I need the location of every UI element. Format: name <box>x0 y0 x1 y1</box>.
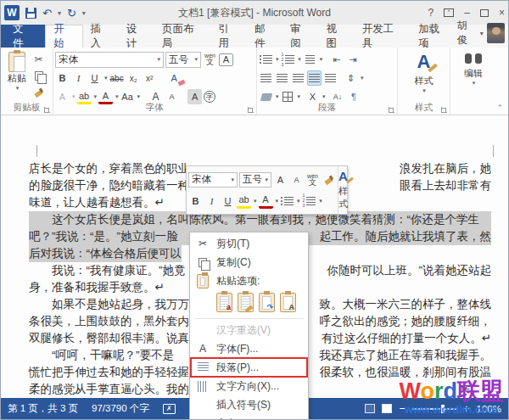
cut-button[interactable]: ✂ <box>31 52 46 67</box>
menu-item-cut[interactable]: ✂ 剪切(T) <box>190 234 308 253</box>
copy-button[interactable] <box>31 68 46 83</box>
find-binoculars-icon[interactable] <box>465 53 482 64</box>
character-border-button[interactable]: A <box>219 53 233 66</box>
mini-grow-font-button[interactable]: A <box>273 172 288 188</box>
align-center-button[interactable] <box>275 70 289 86</box>
italic-button[interactable]: I <box>71 70 86 86</box>
word-count[interactable]: 97/3790 个字 <box>92 402 149 415</box>
close-button[interactable]: × <box>499 8 505 18</box>
paste-keep-source-button[interactable]: a <box>216 293 232 312</box>
menu-item-define[interactable]: 定义(D) <box>190 414 308 420</box>
user-avatar[interactable] <box>487 23 505 43</box>
paste-keep-text-only-button[interactable]: A <box>280 293 296 312</box>
mini-pinyin-button[interactable]: wén文 <box>305 172 320 188</box>
mini-italic-button[interactable]: I <box>204 193 219 209</box>
decrease-indent-button[interactable]: ⇤ <box>329 52 344 67</box>
tab-developer[interactable]: 开发工具 <box>355 25 411 48</box>
mini-highlight-button[interactable]: ab <box>237 193 251 209</box>
justify-button[interactable] <box>307 70 322 86</box>
paste-link-button[interactable]: ↷ <box>259 293 275 312</box>
increase-indent-button[interactable]: ⇥ <box>345 52 360 67</box>
styles-gallery-icon[interactable]: A <box>417 53 431 71</box>
undo-button[interactable]: ↶ <box>42 8 52 19</box>
font-name-combo[interactable]: 宋体▾ <box>55 52 164 68</box>
mini-shrink-font-button[interactable]: A <box>289 172 304 188</box>
menu-separator <box>195 318 303 319</box>
menu-item-text-direction[interactable]: 文字方向(X)... <box>190 377 308 395</box>
minimize-button[interactable]: – <box>464 8 470 18</box>
enclose-characters-button[interactable]: 字 <box>204 91 215 103</box>
bullets-button[interactable] <box>259 52 273 67</box>
help-button[interactable]: ? <box>428 8 434 18</box>
editing-caret-icon[interactable]: ▾ <box>473 80 476 87</box>
format-painter-button[interactable] <box>31 84 46 99</box>
page-indicator[interactable]: 第 1 页，共 3 页 <box>8 402 78 415</box>
tab-home[interactable]: 开始 <box>45 25 82 48</box>
save-icon[interactable] <box>25 8 36 19</box>
align-right-button[interactable] <box>291 70 305 86</box>
subscript-button[interactable]: x₂ <box>126 70 141 86</box>
line-spacing-button[interactable]: ⇕ <box>344 70 358 86</box>
print-layout-view-icon[interactable] <box>382 404 392 413</box>
font-size-value: 五号 <box>169 53 188 66</box>
mini-font-name-combo[interactable]: 宋体▾ <box>188 172 238 188</box>
font-dialog-launcher-icon[interactable] <box>248 107 254 113</box>
mini-underline-button[interactable]: U <box>221 193 235 209</box>
ribbon-display-options-icon[interactable]: ⌃ <box>444 8 454 17</box>
clipboard-dialog-launcher-icon[interactable] <box>44 107 50 113</box>
paste-button[interactable]: 粘贴 ▾ <box>3 50 31 103</box>
qat-customize-icon[interactable]: ▾ <box>82 9 86 17</box>
bold-button[interactable]: B <box>55 70 70 86</box>
menu-item-paragraph[interactable]: 段落(P)... <box>190 358 308 377</box>
underline-button[interactable]: U <box>87 70 102 86</box>
multilevel-list-button[interactable] <box>303 52 317 67</box>
tab-design[interactable]: 设计 <box>119 25 154 48</box>
mini-bold-button[interactable]: B <box>188 193 203 209</box>
tab-addins[interactable]: 加载项 <box>411 25 456 48</box>
align-left-button[interactable] <box>259 70 273 86</box>
mini-numbering-button[interactable]: 123 <box>302 193 317 209</box>
user-name[interactable]: 胡俊 <box>457 19 477 48</box>
restore-button[interactable] <box>480 9 489 17</box>
editing-group: 编辑 ▾ <box>450 48 496 115</box>
user-menu-caret-icon[interactable]: ▾ <box>480 30 484 37</box>
paste-merge-formatting-button[interactable] <box>238 293 254 312</box>
superscript-button[interactable]: x² <box>143 70 157 86</box>
pinyin-guide-button[interactable]: wén文 <box>203 52 217 67</box>
word-logo-icon[interactable]: W <box>4 5 20 20</box>
read-mode-view-icon[interactable] <box>365 404 375 413</box>
menu-item-paste-options: 粘贴选项: <box>190 272 308 290</box>
paste-caret-icon[interactable]: ▾ <box>16 85 20 92</box>
collapse-ribbon-icon[interactable]: ⌃ <box>496 104 503 112</box>
paragraph-dialog-launcher-icon[interactable] <box>389 107 394 113</box>
menu-item-insert-symbol[interactable]: 插入符号(S) <box>190 395 308 414</box>
mini-bullets-button[interactable] <box>280 193 294 209</box>
context-menu: ✂ 剪切(T) 复制(C) 粘贴选项: a ↷ A 汉字重选(V) A 字体(F… <box>189 232 309 420</box>
tab-insert[interactable]: 插入 <box>83 25 119 48</box>
menu-item-copy[interactable]: 复制(C) <box>190 253 308 272</box>
tab-mailings[interactable]: 邮件 <box>247 25 282 48</box>
tab-references[interactable]: 引用 <box>211 25 247 48</box>
tab-page-layout[interactable]: 页面布局 <box>154 25 211 48</box>
mini-font-color-button[interactable]: A <box>259 193 273 209</box>
mini-styles-button[interactable]: A 样式 <box>338 166 348 214</box>
tab-review[interactable]: 审阅 <box>282 25 318 48</box>
underline-caret-icon[interactable]: ▾ <box>104 75 108 81</box>
clear-formatting-button[interactable]: A <box>167 70 182 86</box>
strikethrough-button[interactable]: abc <box>109 70 125 86</box>
font-size-combo[interactable]: 五号▾ <box>165 52 201 68</box>
styles-dialog-launcher-icon[interactable] <box>441 107 447 113</box>
mini-format-painter-button[interactable] <box>322 172 336 188</box>
styles-button-label[interactable]: 样式 <box>415 75 433 87</box>
numbering-button[interactable]: 123 <box>281 52 296 67</box>
editing-button-label[interactable]: 编辑 <box>464 67 483 80</box>
distribute-button[interactable] <box>323 70 338 86</box>
redo-button[interactable]: ↻ <box>67 8 76 19</box>
undo-caret-icon[interactable]: ▾ <box>58 9 61 17</box>
styles-caret-icon[interactable]: ▾ <box>422 87 426 94</box>
mini-font-size-combo[interactable]: 五号▾ <box>239 172 271 188</box>
tab-file[interactable]: 文件 <box>1 25 45 48</box>
proofing-status-icon[interactable]: ✗ <box>163 404 176 414</box>
menu-item-font[interactable]: A 字体(F)... <box>190 339 308 358</box>
tab-view[interactable]: 视图 <box>318 25 354 48</box>
